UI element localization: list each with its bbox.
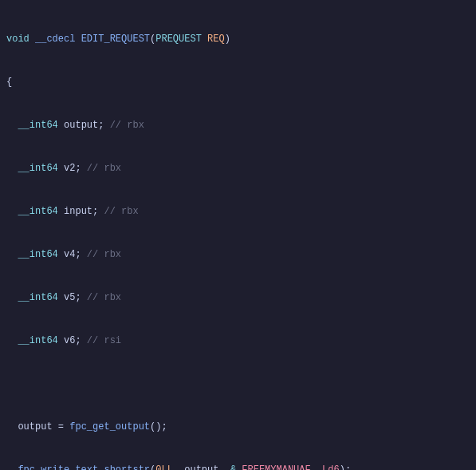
line-8: __int64 v6; // rsi (6, 334, 470, 348)
line-4: __int64 v2; // rbx (6, 161, 470, 176)
line-7: __int64 v5; // rbx (6, 290, 470, 305)
line-1: void __cdecl EDIT_REQUEST(PREQUEST REQ) (6, 32, 470, 46)
line-10: output = fpc_get_output(); (6, 420, 470, 434)
line-11: fpc_write_text_shortstr(0LL, output, &_F… (6, 463, 470, 470)
code-container: void __cdecl EDIT_REQUEST(PREQUEST REQ) … (0, 0, 476, 470)
line-5: __int64 input; // rbx (6, 204, 470, 219)
line-3: __int64 output; // rbx (6, 118, 470, 132)
line-2: { (6, 75, 470, 89)
line-6: __int64 v4; // rbx (6, 247, 470, 262)
line-9 (6, 377, 470, 391)
code-block: void __cdecl EDIT_REQUEST(PREQUEST REQ) … (0, 0, 476, 470)
